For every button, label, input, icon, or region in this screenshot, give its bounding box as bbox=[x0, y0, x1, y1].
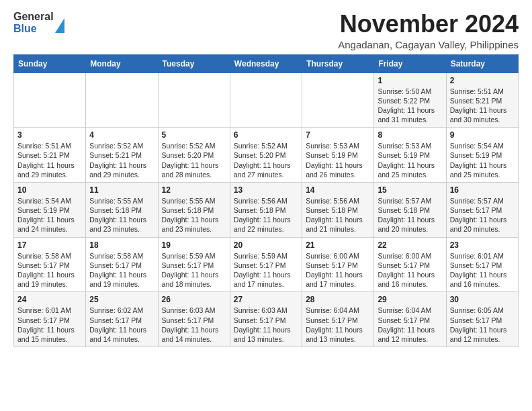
calendar-cell: 22Sunrise: 6:00 AMSunset: 5:17 PMDayligh… bbox=[374, 237, 446, 292]
day-number: 6 bbox=[234, 130, 298, 140]
calendar-cell: 27Sunrise: 6:03 AMSunset: 5:17 PMDayligh… bbox=[230, 292, 302, 347]
column-header-tuesday: Tuesday bbox=[158, 54, 230, 73]
day-number: 15 bbox=[378, 185, 442, 195]
calendar-cell: 14Sunrise: 5:56 AMSunset: 5:18 PMDayligh… bbox=[302, 182, 374, 237]
day-info: Sunrise: 6:05 AMSunset: 5:17 PMDaylight:… bbox=[450, 306, 515, 344]
day-number: 14 bbox=[306, 185, 370, 195]
calendar-cell bbox=[230, 73, 302, 128]
day-info: Sunrise: 5:53 AMSunset: 5:19 PMDaylight:… bbox=[378, 141, 442, 179]
day-number: 11 bbox=[89, 185, 154, 195]
calendar-cell: 17Sunrise: 5:58 AMSunset: 5:17 PMDayligh… bbox=[14, 237, 86, 292]
column-header-sunday: Sunday bbox=[14, 54, 86, 73]
day-info: Sunrise: 5:55 AMSunset: 5:18 PMDaylight:… bbox=[89, 196, 154, 234]
calendar-cell: 23Sunrise: 6:01 AMSunset: 5:17 PMDayligh… bbox=[446, 237, 518, 292]
calendar-cell: 28Sunrise: 6:04 AMSunset: 5:17 PMDayligh… bbox=[302, 292, 374, 347]
calendar-body: 1Sunrise: 5:50 AMSunset: 5:22 PMDaylight… bbox=[14, 73, 519, 347]
calendar-cell: 5Sunrise: 5:52 AMSunset: 5:20 PMDaylight… bbox=[158, 128, 230, 183]
calendar-cell: 30Sunrise: 6:05 AMSunset: 5:17 PMDayligh… bbox=[446, 292, 518, 347]
day-info: Sunrise: 6:04 AMSunset: 5:17 PMDaylight:… bbox=[378, 306, 442, 344]
calendar-week-row: 1Sunrise: 5:50 AMSunset: 5:22 PMDaylight… bbox=[14, 73, 519, 128]
calendar-week-row: 10Sunrise: 5:54 AMSunset: 5:19 PMDayligh… bbox=[14, 182, 519, 237]
day-info: Sunrise: 5:59 AMSunset: 5:17 PMDaylight:… bbox=[162, 251, 226, 289]
column-header-wednesday: Wednesday bbox=[230, 54, 302, 73]
calendar-cell bbox=[158, 73, 230, 128]
calendar-cell: 7Sunrise: 5:53 AMSunset: 5:19 PMDaylight… bbox=[302, 128, 374, 183]
calendar-cell: 4Sunrise: 5:52 AMSunset: 5:21 PMDaylight… bbox=[86, 128, 158, 183]
day-number: 22 bbox=[378, 240, 442, 250]
day-number: 30 bbox=[450, 295, 515, 304]
month-title: November 2024 bbox=[338, 11, 519, 38]
title-area: November 2024 Angadanan, Cagayan Valley,… bbox=[338, 11, 519, 50]
column-header-saturday: Saturday bbox=[446, 54, 518, 73]
day-info: Sunrise: 5:54 AMSunset: 5:19 PMDaylight:… bbox=[17, 196, 82, 234]
day-info: Sunrise: 6:00 AMSunset: 5:17 PMDaylight:… bbox=[306, 251, 370, 289]
day-info: Sunrise: 5:57 AMSunset: 5:17 PMDaylight:… bbox=[450, 196, 515, 234]
day-number: 5 bbox=[162, 130, 226, 140]
day-number: 2 bbox=[450, 76, 515, 85]
logo-general-text: General bbox=[13, 11, 54, 23]
day-number: 26 bbox=[162, 295, 226, 304]
day-number: 3 bbox=[17, 130, 82, 140]
day-number: 13 bbox=[234, 185, 298, 195]
calendar-cell: 6Sunrise: 5:52 AMSunset: 5:20 PMDaylight… bbox=[230, 128, 302, 183]
calendar-week-row: 3Sunrise: 5:51 AMSunset: 5:21 PMDaylight… bbox=[14, 128, 519, 183]
day-number: 12 bbox=[162, 185, 226, 195]
day-number: 10 bbox=[17, 185, 82, 195]
logo: General Blue bbox=[13, 11, 64, 34]
day-info: Sunrise: 6:01 AMSunset: 5:17 PMDaylight:… bbox=[17, 306, 82, 344]
day-info: Sunrise: 5:52 AMSunset: 5:20 PMDaylight:… bbox=[234, 141, 298, 179]
day-info: Sunrise: 6:00 AMSunset: 5:17 PMDaylight:… bbox=[378, 251, 442, 289]
calendar-cell: 13Sunrise: 5:56 AMSunset: 5:18 PMDayligh… bbox=[230, 182, 302, 237]
day-number: 25 bbox=[89, 295, 154, 304]
calendar-cell: 8Sunrise: 5:53 AMSunset: 5:19 PMDaylight… bbox=[374, 128, 446, 183]
header: General Blue November 2024 Angadanan, Ca… bbox=[13, 11, 519, 50]
day-number: 1 bbox=[378, 76, 442, 85]
day-number: 20 bbox=[234, 240, 298, 250]
calendar-cell: 24Sunrise: 6:01 AMSunset: 5:17 PMDayligh… bbox=[14, 292, 86, 347]
calendar-cell: 21Sunrise: 6:00 AMSunset: 5:17 PMDayligh… bbox=[302, 237, 374, 292]
calendar-cell bbox=[302, 73, 374, 128]
day-info: Sunrise: 5:56 AMSunset: 5:18 PMDaylight:… bbox=[306, 196, 370, 234]
day-info: Sunrise: 5:50 AMSunset: 5:22 PMDaylight:… bbox=[378, 87, 442, 125]
day-number: 9 bbox=[450, 130, 515, 140]
calendar-cell: 3Sunrise: 5:51 AMSunset: 5:21 PMDaylight… bbox=[14, 128, 86, 183]
day-info: Sunrise: 6:04 AMSunset: 5:17 PMDaylight:… bbox=[306, 306, 370, 344]
day-info: Sunrise: 5:51 AMSunset: 5:21 PMDaylight:… bbox=[450, 87, 515, 125]
day-info: Sunrise: 5:52 AMSunset: 5:21 PMDaylight:… bbox=[89, 141, 154, 179]
day-info: Sunrise: 6:02 AMSunset: 5:17 PMDaylight:… bbox=[89, 306, 154, 344]
day-info: Sunrise: 5:53 AMSunset: 5:19 PMDaylight:… bbox=[306, 141, 370, 179]
day-info: Sunrise: 5:57 AMSunset: 5:18 PMDaylight:… bbox=[378, 196, 442, 234]
day-number: 23 bbox=[450, 240, 515, 250]
calendar-cell: 9Sunrise: 5:54 AMSunset: 5:19 PMDaylight… bbox=[446, 128, 518, 183]
calendar-week-row: 24Sunrise: 6:01 AMSunset: 5:17 PMDayligh… bbox=[14, 292, 519, 347]
day-info: Sunrise: 5:55 AMSunset: 5:18 PMDaylight:… bbox=[162, 196, 226, 234]
day-info: Sunrise: 6:03 AMSunset: 5:17 PMDaylight:… bbox=[234, 306, 298, 344]
day-number: 18 bbox=[89, 240, 154, 250]
calendar-cell: 12Sunrise: 5:55 AMSunset: 5:18 PMDayligh… bbox=[158, 182, 230, 237]
calendar-cell: 29Sunrise: 6:04 AMSunset: 5:17 PMDayligh… bbox=[374, 292, 446, 347]
day-info: Sunrise: 6:03 AMSunset: 5:17 PMDaylight:… bbox=[162, 306, 226, 344]
logo-blue-text: Blue bbox=[13, 23, 54, 35]
day-number: 21 bbox=[306, 240, 370, 250]
day-number: 27 bbox=[234, 295, 298, 304]
day-number: 24 bbox=[17, 295, 82, 304]
day-number: 28 bbox=[306, 295, 370, 304]
calendar-cell bbox=[86, 73, 158, 128]
calendar-cell: 11Sunrise: 5:55 AMSunset: 5:18 PMDayligh… bbox=[86, 182, 158, 237]
day-info: Sunrise: 5:52 AMSunset: 5:20 PMDaylight:… bbox=[162, 141, 226, 179]
calendar-cell: 20Sunrise: 5:59 AMSunset: 5:17 PMDayligh… bbox=[230, 237, 302, 292]
calendar-table: SundayMondayTuesdayWednesdayThursdayFrid… bbox=[13, 54, 519, 347]
day-number: 17 bbox=[17, 240, 82, 250]
column-header-monday: Monday bbox=[86, 54, 158, 73]
calendar-week-row: 17Sunrise: 5:58 AMSunset: 5:17 PMDayligh… bbox=[14, 237, 519, 292]
day-number: 29 bbox=[378, 295, 442, 304]
calendar-cell: 26Sunrise: 6:03 AMSunset: 5:17 PMDayligh… bbox=[158, 292, 230, 347]
column-header-thursday: Thursday bbox=[302, 54, 374, 73]
day-info: Sunrise: 5:56 AMSunset: 5:18 PMDaylight:… bbox=[234, 196, 298, 234]
day-info: Sunrise: 5:59 AMSunset: 5:17 PMDaylight:… bbox=[234, 251, 298, 289]
day-number: 8 bbox=[378, 130, 442, 140]
calendar-header-row: SundayMondayTuesdayWednesdayThursdayFrid… bbox=[14, 54, 519, 73]
calendar-cell: 1Sunrise: 5:50 AMSunset: 5:22 PMDaylight… bbox=[374, 73, 446, 128]
calendar-cell: 25Sunrise: 6:02 AMSunset: 5:17 PMDayligh… bbox=[86, 292, 158, 347]
calendar-cell: 2Sunrise: 5:51 AMSunset: 5:21 PMDaylight… bbox=[446, 73, 518, 128]
